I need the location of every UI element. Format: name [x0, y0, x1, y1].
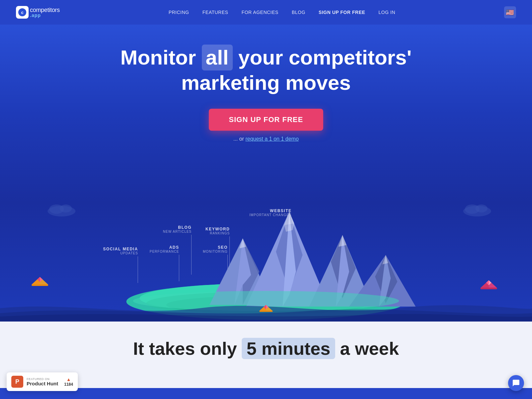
cloud-left [47, 202, 76, 218]
nav-signup[interactable]: SIGN UP FOR FREE [319, 10, 365, 15]
nav-agencies[interactable]: FOR AGENCIES [241, 10, 278, 15]
hero-section: Monitor all your competitors' marketing … [0, 25, 532, 322]
chat-button[interactable] [508, 375, 524, 391]
ph-product-hunt-label: Product Hunt [27, 381, 58, 386]
svg-marker-24 [338, 235, 346, 247]
bottom-section: It takes only 5 minutes a week [0, 322, 532, 388]
svg-text:c: c [21, 10, 23, 15]
logo-icon: c [16, 6, 29, 19]
hero-highlight-all: all [202, 45, 233, 70]
product-hunt-icon: P [11, 376, 23, 388]
ph-vote-count: 1184 [64, 382, 73, 387]
nav-blog[interactable]: BLOG [292, 10, 305, 15]
paper-boat-center [258, 304, 274, 315]
ph-upvote-arrow: ▲ [66, 377, 71, 382]
hero-cta-button[interactable]: SIGN UP FOR FREE [209, 109, 323, 131]
chat-icon [512, 379, 520, 387]
nav-links: PRICING FEATURES FOR AGENCIES BLOG SIGN … [169, 9, 395, 15]
logo-text-app: .app [30, 13, 60, 18]
product-hunt-badge[interactable]: P FEATURED ON Product Hunt ▲ 1184 [7, 372, 78, 391]
svg-point-4 [60, 204, 72, 212]
svg-rect-32 [32, 284, 48, 286]
paper-boat-left [30, 275, 50, 288]
nav-pricing[interactable]: PRICING [169, 10, 189, 15]
ph-featured-label: FEATURED ON [27, 377, 58, 381]
hero-demo-text: ... or request a 1 on 1 demo [233, 136, 299, 142]
paper-boat-right [479, 279, 499, 292]
bottom-highlight: 5 minutes [242, 338, 335, 359]
language-selector[interactable]: 🇺🇸 [504, 6, 516, 18]
svg-rect-37 [480, 288, 497, 289]
nav-features[interactable]: FEATURES [202, 10, 228, 15]
logo[interactable]: c competitors .app [16, 6, 60, 19]
mountain-illustration: SOCIAL MEDIA UPDATES BLOG NEW ARTICLES A… [0, 149, 532, 322]
product-hunt-text: FEATURED ON Product Hunt [27, 377, 58, 386]
nav-login[interactable]: LOG IN [378, 10, 395, 15]
svg-rect-42 [259, 311, 273, 312]
ph-score: ▲ 1184 [64, 377, 73, 387]
navbar: c competitors .app PRICING FEATURES FOR … [0, 0, 532, 25]
svg-marker-19 [284, 212, 294, 225]
logo-text-competitors: competitors [30, 7, 60, 13]
bottom-title: It takes only 5 minutes a week [133, 338, 399, 359]
flag-icon: 🇺🇸 [506, 8, 514, 16]
hero-title: Monitor all your competitors' marketing … [120, 45, 412, 95]
cloud-right [462, 202, 492, 218]
demo-link[interactable]: request a 1 on 1 demo [245, 136, 299, 142]
svg-point-7 [475, 204, 487, 212]
